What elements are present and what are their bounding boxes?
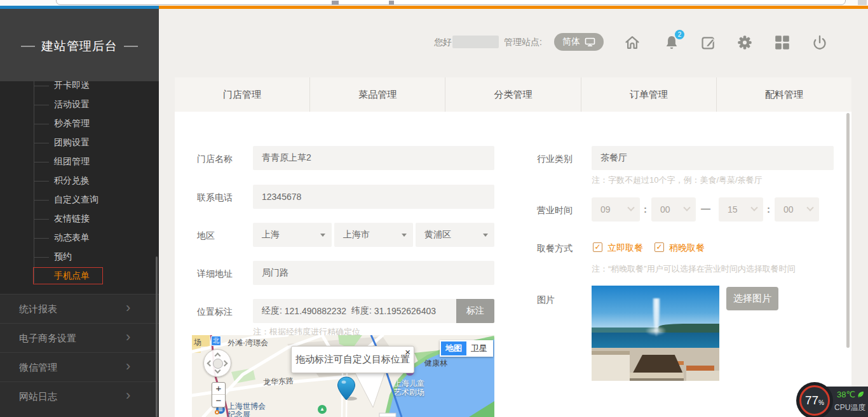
sidebar-item-groupbuy[interactable]: 团购设置 [0, 137, 159, 150]
phone-input[interactable]: 12345678 [253, 185, 494, 209]
tree-dash [34, 238, 49, 239]
sidebar-item-card-gift[interactable]: 开卡即送 [0, 80, 159, 93]
open-hour-select[interactable]: 09 [592, 197, 640, 222]
district-select[interactable]: 黄浦区 [416, 223, 494, 247]
apps-grid-button[interactable] [773, 34, 791, 51]
browser-scrollbar-top[interactable] [858, 0, 867, 5]
tab-ingredient-management[interactable]: 配料管理 [717, 77, 851, 112]
sidebar-section-ecommerce[interactable]: 电子商务设置› [0, 323, 159, 352]
app-title: 建站管理后台 [41, 38, 118, 55]
zoom-out-button[interactable]: − [212, 395, 225, 407]
tooltip-close-icon[interactable]: × [405, 347, 410, 357]
address-bar-text-fragment [332, 1, 339, 4]
tab-dish-management[interactable]: 菜品管理 [310, 77, 445, 112]
chevron-right-icon: › [126, 358, 130, 374]
pickup-later-checkbox[interactable]: ✓ [654, 242, 664, 252]
sidebar-sections: 统计报表› 电子商务设置› 微信管理› 网站日志› [0, 294, 159, 417]
map-type-satellite-button[interactable]: 卫星 [466, 341, 492, 355]
edit-button[interactable] [700, 34, 717, 51]
time-dash: — [701, 203, 710, 214]
pan-up-icon[interactable] [215, 353, 221, 359]
sidebar-item-group[interactable]: 组团管理 [0, 156, 159, 169]
pan-center-hub[interactable] [213, 359, 223, 369]
sidebar-section-wechat[interactable]: 微信管理› [0, 352, 159, 381]
province-select[interactable]: 上海 [253, 223, 332, 247]
open-minute-select[interactable]: 00 [651, 197, 696, 222]
tab-category-management[interactable]: 分类管理 [445, 77, 581, 112]
map-label-theater2: 艺术剧场 [394, 387, 424, 398]
pickup-now-checkbox[interactable]: ✓ [593, 242, 602, 252]
sidebar-section-logs[interactable]: 网站日志› [0, 381, 159, 411]
address-input[interactable]: 局门路 [253, 261, 494, 285]
sidebar-item-seckill[interactable]: 秒杀管理 [0, 118, 159, 131]
compass-north-badge: 北 [211, 336, 221, 346]
close-hour-select[interactable]: 15 [719, 197, 763, 222]
sidebar: 建站管理后台 开卡即送 活动设置 秒杀管理 团购设置 组团管理 积分兑换 自定义… [0, 9, 159, 417]
sidebar-item-booking[interactable]: 预约 [0, 251, 159, 264]
cpu-monitor-widget[interactable]: 77 % 38℃ CPU温度 [796, 382, 868, 417]
sidebar-item-links[interactable]: 友情链接 [0, 213, 159, 226]
notification-badge: 2 [675, 30, 684, 39]
city-select[interactable]: 上海市 [334, 223, 413, 247]
leaf-icon [857, 391, 864, 399]
chevron-down-icon [750, 204, 757, 211]
photo-fountain-mist [645, 326, 667, 336]
industry-input[interactable]: 茶餐厅 [592, 146, 834, 170]
screen: 建站管理后台 开卡即送 活动设置 秒杀管理 团购设置 组团管理 积分兑换 自定义… [0, 0, 868, 417]
sidebar-item-custom-query[interactable]: 自定义查询 [0, 194, 159, 207]
edit-icon [700, 34, 717, 51]
region-label: 地区 [197, 230, 215, 242]
zoom-in-button[interactable]: + [212, 383, 225, 395]
pickup-label: 取餐方式 [537, 243, 573, 255]
browser-top-strip [0, 0, 868, 6]
accent-bar-orange [159, 6, 868, 9]
pickup-now-label[interactable]: 立即取餐 [607, 242, 643, 254]
sidebar-item-dynamic-form[interactable]: 动态表单 [0, 232, 159, 245]
sidebar-header: 建站管理后台 [0, 9, 159, 81]
pickup-note: 注：“稍晚取餐”用户可以选择在营业时间内选择取餐时间 [592, 263, 796, 275]
cpu-usage-percent: 77 [805, 394, 818, 407]
monitor-icon [585, 37, 595, 47]
home-button[interactable] [623, 34, 641, 51]
tab-order-management[interactable]: 订单管理 [581, 77, 717, 112]
chevron-down-icon [683, 204, 690, 211]
sidebar-item-points[interactable]: 积分兑换 [0, 175, 159, 188]
photo-hill [658, 324, 719, 333]
accent-bar-blue [0, 6, 159, 9]
photo-building [630, 373, 683, 381]
address-label: 详细地址 [197, 268, 233, 280]
browser-address-bar[interactable] [56, 0, 846, 5]
content-scrollbar[interactable] [846, 113, 850, 348]
choose-image-button[interactable]: 选择图片 [726, 287, 778, 310]
pickup-later-label[interactable]: 稍晚取餐 [669, 242, 705, 254]
tab-store-management[interactable]: 门店管理 [175, 77, 310, 112]
notifications-button[interactable]: 2 [663, 34, 681, 51]
sidebar-section-reports[interactable]: 统计报表› [0, 294, 159, 323]
chevron-down-icon [627, 204, 634, 211]
lng-label: 经度: [262, 305, 282, 317]
lat-value[interactable]: 31.1952626403 [374, 306, 436, 316]
map-type-map-button[interactable]: 地图 [441, 341, 466, 355]
park-poi-icon[interactable]: ▲ [318, 405, 327, 414]
time-colon: : [767, 204, 770, 215]
map-pan-control[interactable] [203, 349, 231, 377]
sidebar-item-activity[interactable]: 活动设置 [0, 99, 159, 112]
logout-button[interactable] [811, 34, 829, 51]
language-site-pill[interactable]: 简体 [554, 33, 604, 51]
tree-dash [34, 143, 49, 143]
accent-bar [0, 6, 868, 9]
mark-location-button[interactable]: 标注 [456, 299, 494, 323]
lng-value[interactable]: 121.490882232 [285, 306, 346, 316]
pan-left-icon[interactable] [207, 361, 214, 367]
close-minute-select[interactable]: 00 [775, 197, 819, 222]
map-tooltip: 拖动标注可自定义目标位置 × [291, 346, 414, 373]
language-pill-label: 简体 [562, 36, 580, 48]
tree-dash [34, 86, 49, 86]
settings-button[interactable] [736, 34, 754, 51]
map-widget[interactable]: 场 外滩·湾璟会 龙华东路 ▥ 上海世博会 纪念展 ▲ ♪ 健康林 上海儿童 艺… [192, 335, 494, 417]
chevron-right-icon: › [126, 387, 130, 404]
sidebar-item-mobile-order-label[interactable]: 手机点单 [54, 270, 90, 282]
store-name-input[interactable]: 青青原上草2 [253, 146, 494, 170]
sidebar-scrollbar[interactable] [156, 256, 158, 417]
chevron-right-icon: › [126, 329, 130, 345]
